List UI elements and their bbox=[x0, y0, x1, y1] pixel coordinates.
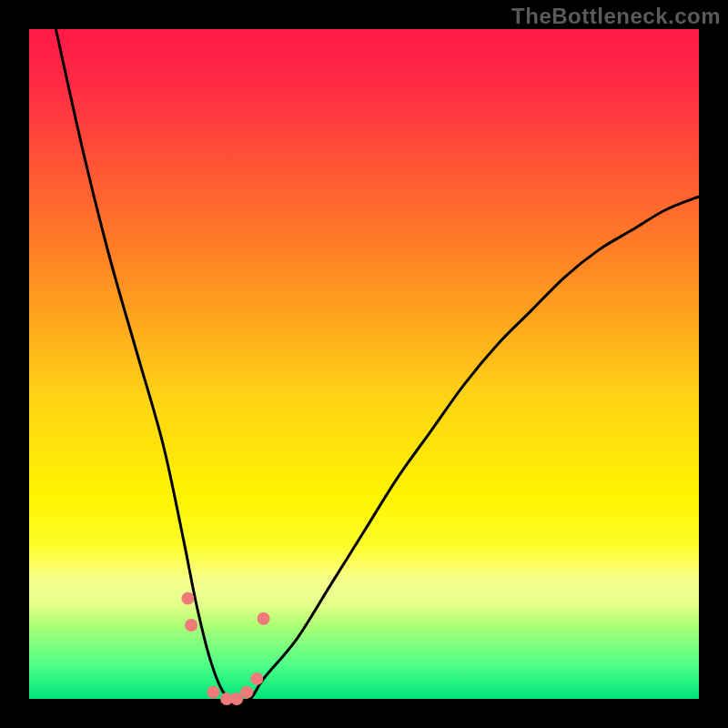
highlight-marker bbox=[258, 612, 270, 625]
watermark-text: TheBottleneck.com bbox=[511, 4, 721, 29]
highlight-marker bbox=[181, 592, 194, 605]
highlight-marker bbox=[250, 672, 263, 685]
curve-layer bbox=[29, 29, 699, 699]
highlight-marker bbox=[207, 686, 219, 699]
chart-frame: TheBottleneck.com bbox=[0, 0, 728, 728]
bottleneck-curve-path bbox=[56, 29, 699, 701]
highlight-marker bbox=[240, 686, 253, 699]
plot-area bbox=[29, 29, 699, 699]
highlight-marker bbox=[185, 619, 197, 632]
